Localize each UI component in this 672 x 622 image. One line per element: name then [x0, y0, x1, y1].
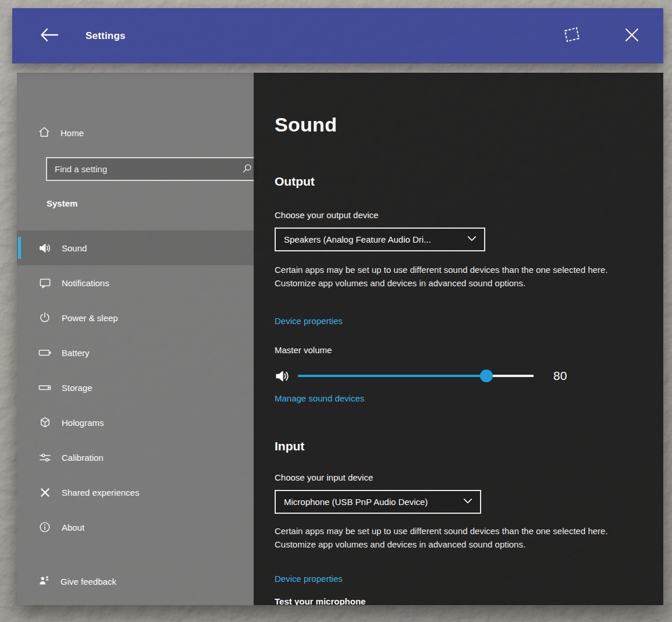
- input-device-label: Choose your input device: [275, 472, 373, 482]
- chevron-down-icon: [463, 497, 473, 507]
- output-description: Certain apps may be set up to use differ…: [275, 264, 609, 290]
- volume-slider[interactable]: [298, 369, 534, 382]
- search-box: [46, 157, 260, 181]
- sidebar-item-shared-experiences[interactable]: Shared experiences: [17, 475, 254, 510]
- volume-value: 80: [553, 369, 567, 383]
- sidebar-item-about[interactable]: About: [17, 510, 254, 545]
- sidebar-item-label: Power & sleep: [62, 313, 118, 323]
- sidebar-item-label: Storage: [62, 383, 93, 393]
- output-device-value: Speakers (Analog Feature Audio Dri...: [284, 234, 467, 244]
- search-icon: [241, 162, 253, 176]
- sidebar-nav: Sound Notifications Power & sleep: [17, 230, 254, 545]
- search-input[interactable]: [55, 164, 241, 174]
- battery-icon: [38, 346, 52, 360]
- titlebar: Settings: [12, 8, 663, 63]
- master-volume-row: 80: [275, 365, 600, 386]
- manage-sound-devices-link[interactable]: Manage sound devices: [275, 393, 364, 403]
- output-device-properties-link[interactable]: Device properties: [275, 316, 343, 326]
- page-title: Sound: [275, 113, 337, 136]
- settings-window: Home System Sound: [17, 73, 663, 605]
- input-section-title: Input: [275, 439, 304, 453]
- sidebar-item-storage[interactable]: Storage: [17, 370, 254, 405]
- home-icon: [38, 126, 51, 140]
- output-device-dropdown[interactable]: Speakers (Analog Feature Audio Dri...: [275, 228, 485, 251]
- test-microphone-label: Test your microphone: [275, 596, 365, 605]
- output-device-label: Choose your output device: [275, 210, 378, 220]
- sidebar-item-home[interactable]: Home: [17, 119, 254, 146]
- sidebar-item-sound[interactable]: Sound: [17, 230, 254, 265]
- volume-slider-thumb[interactable]: [480, 369, 493, 382]
- sidebar-item-power-sleep[interactable]: Power & sleep: [17, 300, 254, 335]
- notifications-icon: [38, 276, 52, 290]
- close-button[interactable]: [616, 20, 648, 52]
- sidebar-item-calibration[interactable]: Calibration: [17, 440, 254, 475]
- sidebar-item-notifications[interactable]: Notifications: [17, 265, 254, 300]
- sidebar-item-label: Notifications: [62, 278, 109, 288]
- about-icon: [38, 520, 52, 534]
- sidebar-item-holograms[interactable]: Holograms: [17, 405, 254, 440]
- input-device-properties-link[interactable]: Device properties: [275, 574, 343, 584]
- volume-slider-fill: [298, 375, 486, 377]
- back-arrow-icon: [39, 26, 60, 45]
- sidebar-item-label: Holograms: [62, 418, 104, 428]
- speaker-icon: [38, 241, 52, 255]
- chevron-down-icon: [467, 234, 477, 244]
- output-section-title: Output: [275, 175, 315, 189]
- calibration-icon: [38, 450, 52, 464]
- holograms-icon: [38, 415, 52, 429]
- sidebar-item-label: Home: [61, 128, 84, 138]
- feedback-icon: [38, 574, 51, 589]
- input-device-dropdown[interactable]: Microphone (USB PnP Audio Device): [275, 490, 481, 514]
- sidebar-item-label: Battery: [62, 348, 90, 358]
- sidebar-section-system: System: [47, 198, 77, 208]
- sidebar-item-give-feedback[interactable]: Give feedback: [17, 567, 254, 595]
- sidebar-item-label: Give feedback: [61, 577, 116, 587]
- sidebar-item-label: Shared experiences: [62, 488, 139, 497]
- power-icon: [38, 311, 52, 325]
- volume-icon: [275, 368, 292, 384]
- storage-icon: [38, 381, 52, 394]
- input-description: Certain apps may be set up to use differ…: [275, 525, 609, 552]
- sidebar-item-battery[interactable]: Battery: [17, 335, 254, 370]
- master-volume-label: Master volume: [275, 345, 332, 355]
- sidebar-item-label: Sound: [62, 243, 87, 253]
- back-button[interactable]: [33, 20, 66, 52]
- follow-window-icon: [561, 25, 582, 47]
- input-device-value: Microphone (USB PnP Audio Device): [284, 497, 463, 507]
- sidebar: Home System Sound: [17, 73, 254, 605]
- shared-experiences-icon: [38, 485, 52, 499]
- content-panel: Sound Output Choose your output device S…: [254, 73, 663, 605]
- close-icon: [623, 26, 641, 46]
- sidebar-item-label: Calibration: [62, 453, 104, 463]
- app-title: Settings: [86, 30, 126, 42]
- sidebar-item-label: About: [62, 523, 84, 532]
- follow-window-button[interactable]: [555, 20, 588, 52]
